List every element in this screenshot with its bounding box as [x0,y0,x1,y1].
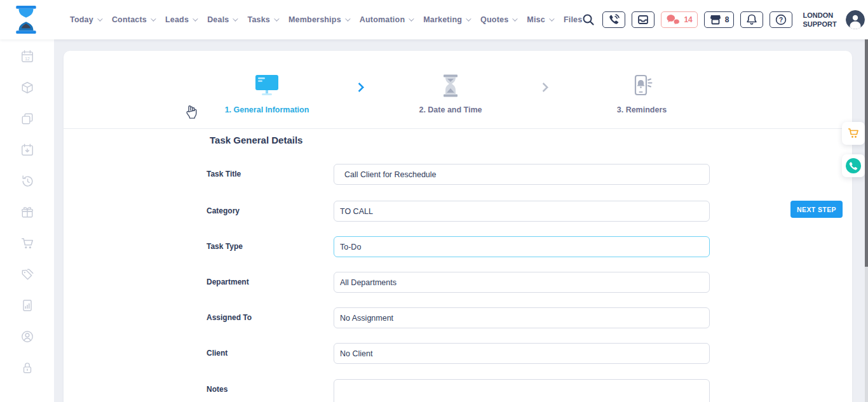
nav-item-memberships[interactable]: Memberships [288,15,349,24]
nav-item-today[interactable]: Today [70,15,101,24]
nav-item-tasks[interactable]: Tasks [247,15,278,24]
chevron-right-icon [355,83,365,93]
notes-textarea[interactable] [334,379,710,402]
phone-reminder-icon [630,74,653,97]
phone-circle-icon [845,157,862,174]
next-step-button[interactable]: NEXT STEP [790,201,843,218]
client-input[interactable] [334,343,710,364]
form-row-category: Category [207,201,327,222]
report-icon[interactable] [20,298,34,312]
chevron-down-icon [274,16,279,21]
search-button[interactable] [582,13,595,26]
nav-label: Marketing [423,15,462,24]
store-icon [709,13,722,26]
gift-icon[interactable] [20,205,34,219]
form-row-client: Client [207,343,327,364]
field-label: Client [207,343,327,364]
department-input[interactable] [334,272,710,293]
field-label: Assigned To [207,307,327,328]
chat-count-badge: 14 [684,15,692,24]
package-icon[interactable] [20,81,34,95]
task-type-input[interactable] [334,236,710,257]
nav-label: Memberships [288,15,341,24]
field-label: Notes [207,379,327,400]
form-row-task-title: Task Title [207,164,327,185]
wizard-step-date-and-time[interactable]: 2. Date and Time [377,74,524,114]
nav-label: Files [564,15,583,24]
step-label: 3. Reminders [569,105,715,114]
svg-text:?: ? [779,17,783,23]
field-label: Department [207,272,327,293]
user-avatar[interactable] [846,10,865,29]
main-menu: Today Contacts Leads Deals Tasks Members… [70,15,582,24]
chevron-down-icon [233,16,238,21]
lock-icon[interactable] [20,361,34,375]
scrollbar-thumb[interactable] [865,39,868,267]
wizard-step-general-information[interactable]: 1. General Information [194,74,340,114]
nav-item-deals[interactable]: Deals [207,15,236,24]
top-navigation-bar: Today Contacts Leads Deals Tasks Members… [0,0,868,39]
wizard-step-reminders[interactable]: 3. Reminders [569,74,715,114]
cart-icon[interactable] [20,236,34,250]
nav-label: Misc [527,15,545,24]
nav-label: Today [70,15,93,24]
nav-label: Contacts [112,15,147,24]
chevron-right-icon [539,83,549,93]
notifications-button[interactable] [740,11,763,28]
chevron-down-icon [97,16,102,21]
step-label: 1. General Information [194,105,340,114]
chevron-down-icon [345,16,350,21]
nav-item-contacts[interactable]: Contacts [112,15,154,24]
chat-bubbles-icon [666,14,681,25]
task-wizard-card: 1. General Information 2. Date and Time [64,51,852,402]
nav-item-quotes[interactable]: Quotes [480,15,516,24]
task-title-input[interactable] [334,164,710,185]
form-row-assigned-to: Assigned To [207,307,327,328]
form-row-department: Department [207,272,327,293]
help-icon: ? [775,13,787,26]
hourglass-icon [441,74,460,97]
form-row-notes: Notes [207,379,327,400]
calendar-event-icon[interactable] [20,143,34,157]
inbox-tray-icon [637,13,649,26]
nav-item-leads[interactable]: Leads [165,15,196,24]
left-icon-sidebar: 12 [0,39,54,402]
monitor-icon [254,74,280,97]
nav-item-automation[interactable]: Automation [360,15,412,24]
nav-item-misc[interactable]: Misc [527,15,553,24]
wizard-steps-header: 1. General Information 2. Date and Time [64,51,852,129]
help-button[interactable]: ? [770,11,792,28]
nav-label: Quotes [480,15,508,24]
chevron-down-icon [151,16,156,21]
calendar-icon[interactable]: 12 [20,50,34,64]
topbar-actions: 14 8 ? LONDON SUPPORT [582,10,864,29]
search-icon [582,13,595,26]
svg-text:12: 12 [25,57,30,61]
phone-calls-button[interactable] [602,11,625,28]
step-label: 2. Date and Time [377,105,524,114]
phone-waves-icon [607,13,620,26]
assigned-to-input[interactable] [334,307,710,328]
history-icon[interactable] [20,174,34,188]
field-label: Task Type [207,236,327,257]
app-logo-hourglass-icon[interactable] [13,5,39,34]
cart-icon [847,127,860,140]
store-button[interactable]: 8 [704,11,735,28]
phone-float-button[interactable] [842,154,865,177]
user-circle-icon[interactable] [20,330,34,344]
chevron-down-icon [512,16,517,21]
inbox-button[interactable] [632,11,654,28]
user-name: LONDON SUPPORT [803,11,836,29]
nav-label: Leads [165,15,189,24]
vertical-scrollbar[interactable] [865,39,868,402]
nav-item-marketing[interactable]: Marketing [423,15,470,24]
tags-icon[interactable] [20,267,34,281]
nav-label: Tasks [247,15,270,24]
field-label: Category [207,201,327,222]
chat-messages-button[interactable]: 14 [661,11,697,28]
form-section-title: Task General Details [210,135,302,145]
nav-item-files[interactable]: Files [564,15,583,24]
copy-icon[interactable] [20,112,34,126]
cart-float-button[interactable] [842,122,865,145]
category-input[interactable] [334,201,710,222]
